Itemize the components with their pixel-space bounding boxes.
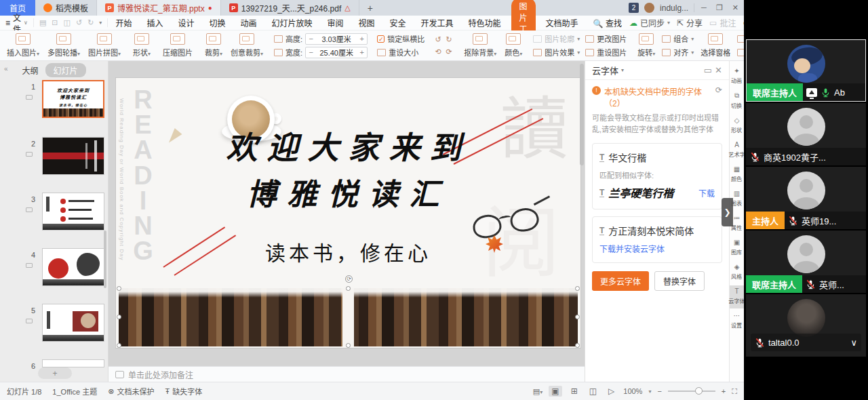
strip-gallery[interactable]: ▣图库 <box>730 237 745 260</box>
participant-tile[interactable]: 联席主持人 Ab <box>746 39 866 102</box>
books-image-selected[interactable] <box>119 288 578 346</box>
remove-background-button[interactable]: 抠除背景▾ <box>460 32 500 59</box>
width-stepper[interactable]: −25.40厘米+ <box>305 47 368 58</box>
outline-tab[interactable]: 大纲 <box>22 64 38 76</box>
slide-title-line1[interactable]: 欢迎大家来到 <box>116 123 580 167</box>
height-stepper[interactable]: −3.03厘米+ <box>305 33 368 45</box>
selection-handle[interactable] <box>575 286 580 291</box>
zoom-out-button[interactable]: − <box>657 387 661 395</box>
reading-view-icon[interactable]: ◫ <box>587 386 599 397</box>
zoom-in-button[interactable]: + <box>722 387 726 395</box>
save-icon[interactable]: ▤ <box>39 18 46 27</box>
menu-devtools[interactable]: 开发工具 <box>414 17 461 28</box>
menu-design[interactable]: 设计 <box>170 17 201 28</box>
selection-pane-button[interactable]: 选择窗格 <box>696 32 734 59</box>
refresh-icon[interactable]: ⟳ <box>715 85 722 95</box>
rotate-left-icon[interactable]: ↺ <box>435 35 441 44</box>
rotate-button[interactable]: 旋转▾ <box>633 32 659 59</box>
insert-picture-button[interactable]: 插入图片▾ <box>3 32 43 59</box>
slide-sorter-icon[interactable]: ⊞ <box>568 386 580 397</box>
strip-transition[interactable]: ⧉切换 <box>730 89 745 113</box>
missing-fonts-status[interactable]: Ŧ 缺失字体 <box>165 386 202 397</box>
participant-tile[interactable]: 联席主持人 英师... <box>746 231 866 293</box>
search-menu[interactable]: 🔍 查找 <box>586 17 629 28</box>
chevron-down-icon[interactable]: ▾ <box>99 20 102 26</box>
notes-toggle-icon[interactable]: ▤▾ <box>533 387 542 396</box>
menu-review[interactable]: 审阅 <box>319 17 351 28</box>
canvas-scrollbar[interactable] <box>580 64 584 165</box>
reset-picture-button[interactable]: 重设图片 <box>585 46 627 58</box>
color-button[interactable]: 颜色▾ <box>500 32 526 59</box>
chevron-down-icon[interactable]: ∨ <box>850 338 857 348</box>
feedback-icon[interactable]: ▭ <box>704 65 712 75</box>
align-button[interactable]: 对齐▾ <box>662 46 694 58</box>
new-tab-button[interactable]: + <box>359 0 381 16</box>
participant-tile[interactable]: 商英1902黄子... <box>746 103 866 165</box>
creative-crop-button[interactable]: 创意裁剪▾ <box>226 32 267 59</box>
compress-picture-button[interactable]: 压缩图片 <box>159 32 197 59</box>
menu-doc-assistant[interactable]: 文档助手 <box>538 17 586 28</box>
picture-effects-button[interactable]: 图片效果▾ <box>533 46 580 58</box>
add-slide-button[interactable]: + <box>38 367 72 379</box>
selection-handle[interactable] <box>117 343 121 348</box>
selection-handle[interactable] <box>346 343 351 348</box>
strip-style[interactable]: ◈风格 <box>730 261 745 284</box>
strip-animation[interactable]: ✦动画 <box>730 65 745 88</box>
bring-forward-button[interactable]: 上移一层▾ <box>737 33 744 45</box>
menu-insert[interactable]: 插入 <box>139 17 170 28</box>
menu-start[interactable]: 开始 <box>108 17 139 28</box>
multi-picture-button[interactable]: 多图轮播▾ <box>43 32 84 59</box>
close-button[interactable]: ✕ <box>732 3 738 12</box>
slideshow-icon[interactable]: ▷ <box>606 386 617 397</box>
restore-button[interactable]: ❐ <box>716 3 723 12</box>
group-button[interactable]: 组合▾ <box>662 33 694 45</box>
flip-horizontal-icon[interactable]: ⟲ <box>435 47 441 56</box>
fit-slide-icon[interactable]: ⛶ <box>732 387 737 396</box>
tab-pdf[interactable]: P 13927219_天...天_p246.pdf △ <box>221 0 359 16</box>
user-avatar[interactable] <box>644 3 654 13</box>
zoom-slider[interactable] <box>668 391 715 392</box>
normal-view-icon[interactable]: ▣ <box>549 386 561 397</box>
username[interactable]: indulg... <box>660 3 688 13</box>
crop-button[interactable]: 裁剪▾ <box>201 32 226 59</box>
slides-tab[interactable]: 幻灯片 <box>45 63 86 77</box>
redo-icon[interactable]: ↻ <box>87 18 94 27</box>
picture-collage-button[interactable]: 图片拼图▾ <box>84 32 125 59</box>
strip-color[interactable]: ▦颜色 <box>730 163 745 186</box>
rotate-handle[interactable]: ⟳ <box>345 275 353 283</box>
rotate-right-icon[interactable]: ↻ <box>446 35 452 44</box>
selection-handle[interactable] <box>117 286 121 291</box>
tab-presentation[interactable]: P 博雅悦读汇_第五期.pptx ● <box>97 0 221 16</box>
strip-cloud-fonts[interactable]: T云字体 <box>730 285 745 308</box>
more-cloud-fonts-button[interactable]: 更多云字体 <box>592 271 649 291</box>
selection-handle[interactable] <box>575 315 580 319</box>
selection-handle[interactable] <box>575 343 580 348</box>
reset-size-button[interactable]: 重设大小 <box>377 46 425 58</box>
menu-features[interactable]: 特色功能 <box>461 17 509 28</box>
theme-name[interactable]: 1_Office 主题 <box>52 386 97 397</box>
print-icon[interactable]: ⊡ <box>52 18 58 27</box>
shapes-button[interactable]: 形状▾ <box>129 32 155 59</box>
zoom-level[interactable]: 100% <box>623 387 642 395</box>
send-backward-button[interactable]: 下移一层▾ <box>737 46 744 58</box>
chevron-down-icon[interactable]: ▾ <box>621 67 624 73</box>
close-panel-icon[interactable]: ✕ <box>715 65 722 75</box>
selection-handle[interactable] <box>346 286 351 291</box>
notes-bar[interactable]: 单击此处添加备注 <box>108 366 585 382</box>
menu-transition[interactable]: 切换 <box>201 17 233 28</box>
sidebar-scrollbar[interactable] <box>104 231 106 288</box>
strip-shapes[interactable]: ◇形状 <box>730 115 745 138</box>
protection-status[interactable]: ⊗ 文档未保护 <box>108 386 154 397</box>
download-install-link[interactable]: 下载并安装云字体 <box>599 243 715 254</box>
notification-badge[interactable]: 2 <box>629 3 639 13</box>
menu-slideshow[interactable]: 幻灯片放映 <box>264 17 319 28</box>
flip-vertical-icon[interactable]: ⟳ <box>446 47 452 56</box>
menu-view[interactable]: 视图 <box>351 17 382 28</box>
participant-tile[interactable]: taltal0.0 ∨ <box>746 294 866 357</box>
strip-settings[interactable]: ⋯设置 <box>730 310 745 333</box>
minimize-button[interactable]: ─ <box>701 3 707 12</box>
strip-wordart[interactable]: A艺术字 <box>730 139 745 162</box>
panel-collapse-handle[interactable]: ❯ <box>722 198 733 226</box>
replace-font-button[interactable]: 替换字体 <box>654 271 705 291</box>
collapse-sidebar-icon[interactable]: « <box>4 65 8 73</box>
